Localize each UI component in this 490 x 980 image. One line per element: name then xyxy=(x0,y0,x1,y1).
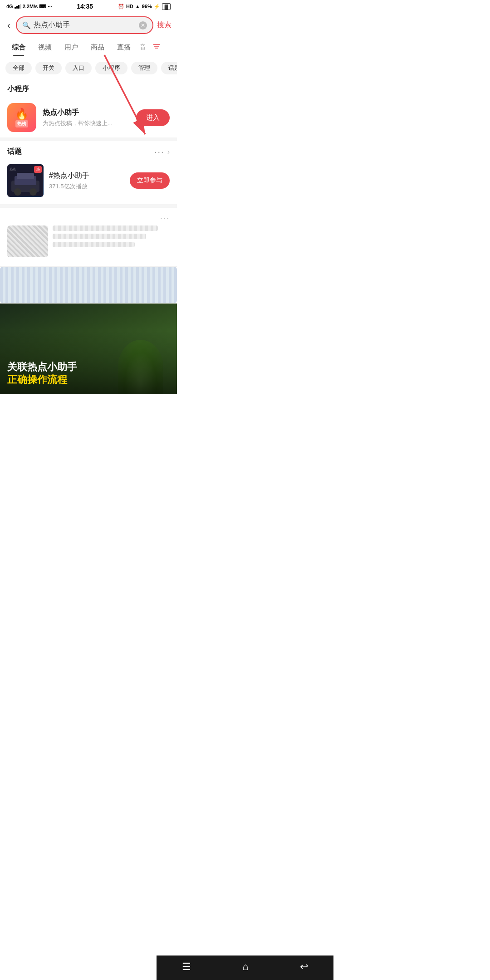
svg-point-8 xyxy=(29,188,37,196)
network-speed: 2.2M/s xyxy=(23,4,38,9)
video-text-overlay: 关联热点小助手 正确操作流程 xyxy=(0,354,177,394)
mini-program-desc: 为热点投稿，帮你快速上... xyxy=(43,119,130,127)
back-button[interactable]: ‹ xyxy=(5,18,12,32)
topic-header: 话题 ··· › xyxy=(0,141,177,161)
status-left: 4G 2.2M/s ⌨ ··· xyxy=(6,4,52,10)
hd-badge: HD xyxy=(126,4,133,9)
content-card-top xyxy=(7,225,170,257)
chip-入口[interactable]: 入口 xyxy=(65,62,92,74)
search-icon: 🔍 xyxy=(22,21,31,29)
topic-stats: 371.5亿次播放 xyxy=(49,182,124,191)
dots-icon: ··· xyxy=(48,4,52,9)
wifi-icon: ▲ xyxy=(135,4,140,9)
signal-bar-2 xyxy=(16,6,18,9)
signal-bar-3 xyxy=(18,5,20,9)
content-text-3 xyxy=(53,242,135,247)
content-more-icon[interactable]: ··· xyxy=(160,213,170,223)
video-title-line1: 关联热点小助手 xyxy=(7,361,170,373)
app-icon-inner: 🔥 热榜 xyxy=(15,108,29,127)
topic-badge: 热 xyxy=(34,166,42,173)
mini-program-name: 热点小助手 xyxy=(43,108,130,118)
tab-直播[interactable]: 直播 xyxy=(111,39,137,56)
svg-point-7 xyxy=(14,188,21,196)
search-bar-row: ‹ 🔍 热点小助手 ✕ 搜索 xyxy=(0,13,177,38)
tab-音[interactable]: 音 xyxy=(137,39,149,56)
topic-name: #热点小助手 xyxy=(49,171,124,181)
signal-bars xyxy=(15,4,21,9)
svg-text:热点: 热点 xyxy=(10,167,16,171)
tab-综合[interactable]: 综合 xyxy=(5,39,32,56)
content-card-2 xyxy=(0,267,177,304)
content-section: ··· xyxy=(0,208,177,394)
filter-icon[interactable] xyxy=(149,38,164,57)
topic-more-icon[interactable]: ··· xyxy=(154,147,165,157)
usb-icon: ⌨ xyxy=(39,4,46,10)
mini-program-section-title: 小程序 xyxy=(0,79,177,98)
tab-视频[interactable]: 视频 xyxy=(32,39,58,56)
search-input-wrap[interactable]: 🔍 热点小助手 ✕ xyxy=(16,16,153,34)
chip-管理[interactable]: 管理 xyxy=(131,62,157,74)
chip-全部[interactable]: 全部 xyxy=(5,62,32,74)
topic-arrow-icon[interactable]: › xyxy=(167,148,170,156)
clock: 14:35 xyxy=(77,3,93,10)
signal-bar-4 xyxy=(20,4,21,9)
content-thumbnail xyxy=(7,225,48,257)
topic-section: 话题 ··· › 热点 热 xyxy=(0,141,177,208)
signal-bar-1 xyxy=(15,7,16,9)
video-thumbnail[interactable]: 关联热点小助手 正确操作流程 xyxy=(0,304,177,394)
topic-thumbnail: 热点 热 xyxy=(7,164,44,197)
enter-button[interactable]: 进入 xyxy=(136,109,170,126)
topic-card: 热点 热 #热点小助手 371.5亿次播放 立即参与 xyxy=(0,161,177,204)
alarm-icon: ⏰ xyxy=(118,4,124,10)
video-card: 关联热点小助手 正确操作流程 xyxy=(0,304,177,394)
svg-rect-10 xyxy=(17,173,34,179)
tab-用户[interactable]: 用户 xyxy=(58,39,84,56)
app-icon-text: 热榜 xyxy=(15,120,28,127)
content-text-lines xyxy=(53,225,170,257)
charging-icon: ⚡ xyxy=(154,4,160,10)
content-wide-thumb xyxy=(0,267,177,303)
status-right: ⏰ HD ▲ 96% ⚡ ▓ xyxy=(118,3,171,10)
tab-商品[interactable]: 商品 xyxy=(84,39,111,56)
content-text-1 xyxy=(53,225,158,231)
fire-emoji: 🔥 xyxy=(15,108,29,120)
video-title-line2: 正确操作流程 xyxy=(7,373,170,387)
status-bar: 4G 2.2M/s ⌨ ··· 14:35 ⏰ HD ▲ 96% ⚡ ▓ xyxy=(0,0,177,13)
tabs-row: 综合 视频 用户 商品 直播 音 xyxy=(0,38,177,57)
app-icon: 🔥 热榜 xyxy=(7,103,36,132)
battery-percent: 96% xyxy=(142,4,152,9)
participate-button[interactable]: 立即参与 xyxy=(130,172,170,189)
mini-program-info: 热点小助手 为热点投稿，帮你快速上... xyxy=(43,108,130,127)
mini-program-section: 小程序 🔥 热榜 热点小助手 为热点投稿，帮你快速上... 进入 xyxy=(0,79,177,141)
mini-program-card: 🔥 热榜 热点小助手 为热点投稿，帮你快速上... 进入 xyxy=(0,98,177,141)
content-text-2 xyxy=(53,234,146,239)
content-card-1: ··· xyxy=(0,208,177,267)
chip-小程序[interactable]: 小程序 xyxy=(95,62,127,74)
network-type: 4G xyxy=(6,4,13,9)
search-button[interactable]: 搜索 xyxy=(157,20,172,30)
topic-info: #热点小助手 371.5亿次播放 xyxy=(49,171,124,191)
topic-section-title: 话题 xyxy=(7,147,152,157)
chip-话题[interactable]: 话题 xyxy=(161,62,177,74)
chip-开关[interactable]: 开关 xyxy=(35,62,62,74)
chips-row: 全部 开关 入口 小程序 管理 话题 xyxy=(0,57,177,79)
clear-button[interactable]: ✕ xyxy=(139,21,147,29)
search-input[interactable]: 热点小助手 xyxy=(34,20,136,30)
battery-icon: ▓ xyxy=(162,3,171,10)
